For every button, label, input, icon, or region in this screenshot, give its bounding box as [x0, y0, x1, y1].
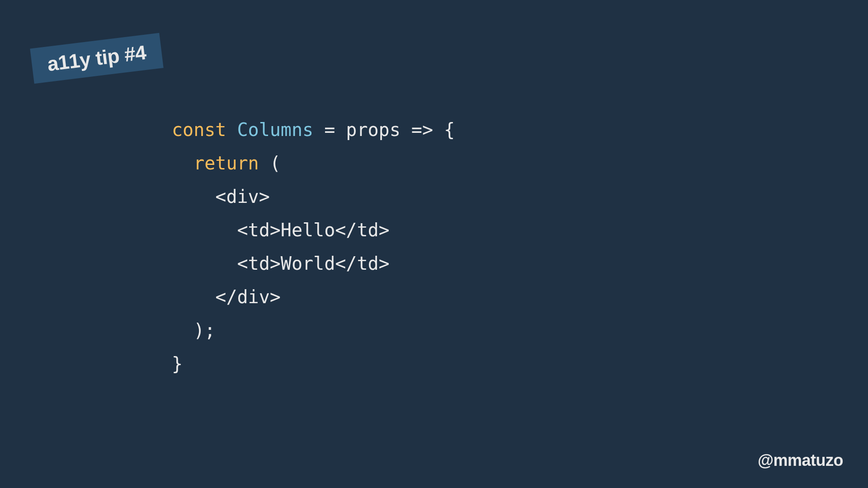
- code-line: <td>Hello</td>: [172, 213, 455, 247]
- code-block: const Columns = props => { return ( <div…: [172, 113, 455, 380]
- code-line: <div>: [172, 180, 455, 213]
- code-line: </div>: [172, 280, 455, 314]
- code-line: );: [172, 314, 455, 347]
- keyword: const: [172, 119, 226, 140]
- code-line: }: [172, 347, 455, 380]
- tip-badge: a11y tip #4: [30, 33, 163, 84]
- code-text: [172, 153, 193, 174]
- code-text: (: [259, 153, 281, 174]
- code-line: <td>World</td>: [172, 247, 455, 280]
- code-line: return (: [172, 146, 455, 180]
- code-text: = props => {: [313, 119, 455, 140]
- code-line: const Columns = props => {: [172, 113, 455, 146]
- keyword: return: [193, 153, 259, 174]
- author-handle: @mmatuzo: [758, 451, 843, 470]
- identifier: Columns: [226, 119, 313, 140]
